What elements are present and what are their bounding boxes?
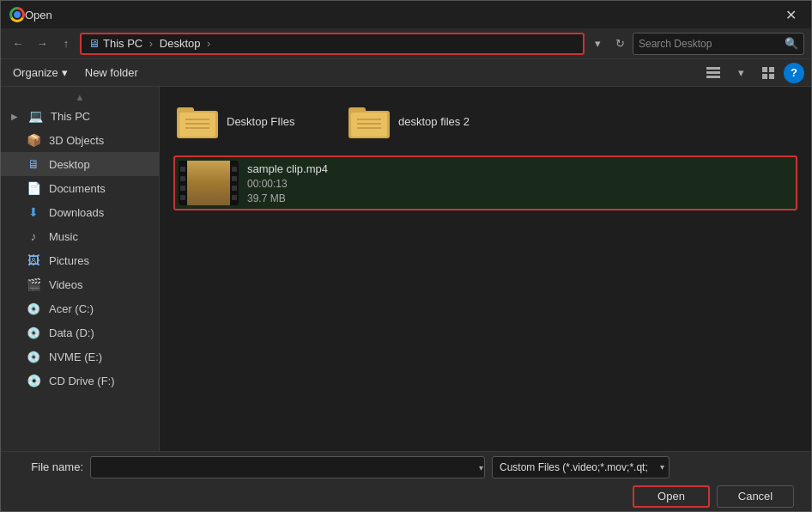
filename-input[interactable] — [90, 456, 485, 478]
icon-view-icon — [762, 67, 774, 79]
sidebar-item-3d-objects[interactable]: 📦 3D Objects — [1, 128, 159, 152]
sidebar-item-downloads[interactable]: ⬇ Downloads — [1, 200, 159, 224]
svg-rect-9 — [179, 113, 215, 137]
new-folder-label: New folder — [85, 66, 138, 79]
breadcrumb-thispc[interactable]: 🖥 This PC — [88, 37, 142, 50]
sidebar-item-label-videos: Videos — [49, 278, 83, 291]
search-icon: 🔍 — [785, 37, 798, 50]
cancel-button-label: Cancel — [738, 490, 773, 503]
title-bar: Open ✕ — [1, 1, 811, 28]
music-icon: ♪ — [25, 228, 42, 245]
sidebar-item-label-pictures: Pictures — [49, 254, 89, 267]
videos-icon: 🎬 — [25, 276, 42, 293]
sidebar-item-label-documents: Documents — [49, 182, 106, 195]
folder-name-desktop-files-2: desktop files 2 — [398, 115, 470, 128]
address-bar-row: ← → ↑ 🖥 This PC › Desktop › ▾ ↻ 🔍 — [1, 28, 811, 59]
filename-dropdown-icon[interactable]: ▾ — [479, 462, 483, 472]
sidebar-item-nvme-e[interactable]: 💿 NVME (E:) — [1, 344, 159, 369]
sidebar-item-cd-f[interactable]: 💿 CD Drive (F:) — [1, 369, 159, 393]
open-button[interactable]: Open — [633, 485, 710, 508]
svg-rect-5 — [762, 74, 767, 79]
help-button[interactable]: ? — [784, 63, 804, 83]
filename-row: File name: ▾ Custom Files (*.video;*.mov… — [15, 456, 797, 478]
address-bar[interactable]: 🖥 This PC › Desktop › — [80, 33, 585, 55]
svg-rect-0 — [706, 67, 720, 70]
view-dropdown-button[interactable]: ▾ — [729, 63, 753, 83]
bottom-bar: File name: ▾ Custom Files (*.video;*.mov… — [1, 451, 811, 511]
organize-label: Organize — [13, 66, 58, 79]
folder-icon-desktop-files — [177, 104, 218, 138]
up-button[interactable]: ↑ — [56, 34, 76, 54]
sidebar-item-label-music: Music — [49, 230, 78, 243]
view-icons-button[interactable] — [756, 63, 780, 83]
sidebar: ▲ ▶ 💻 This PC 📦 3D Objects 🖥 Desktop 📄 D… — [1, 87, 160, 451]
buttons-row: Open Cancel — [15, 485, 797, 508]
svg-rect-3 — [762, 67, 767, 72]
address-dropdown-button[interactable]: ▾ — [588, 34, 607, 54]
desktop-icon: 🖥 — [25, 155, 42, 173]
toolbar-right: ▾ ? — [701, 63, 804, 83]
video-info: sample clip.mp4 00:00:13 39.7 MB — [247, 162, 328, 204]
breadcrumb-sep2: › — [204, 37, 215, 50]
svg-rect-6 — [769, 74, 774, 79]
address-bar-end: ▾ ↻ — [588, 34, 629, 54]
sidebar-item-videos[interactable]: 🎬 Videos — [1, 272, 159, 296]
documents-icon: 📄 — [25, 180, 42, 197]
svg-rect-15 — [351, 113, 387, 137]
folder-icon-desktop-files-2 — [348, 104, 390, 138]
filetype-wrapper: Custom Files (*.video;*.mov;*.qt; ▾ — [492, 456, 670, 478]
expand-icon: ▶ — [11, 112, 18, 121]
details-view-icon — [706, 67, 720, 79]
back-button[interactable]: ← — [8, 34, 28, 54]
forward-button[interactable]: → — [32, 34, 52, 54]
nvme-e-icon: 💿 — [25, 348, 42, 365]
sidebar-item-label-data-d: Data (D:) — [49, 326, 94, 339]
close-button[interactable]: ✕ — [779, 3, 803, 27]
search-box[interactable]: 🔍 — [633, 33, 804, 55]
refresh-button[interactable]: ↻ — [610, 34, 629, 54]
cancel-button[interactable]: Cancel — [717, 485, 794, 508]
filename-label: File name: — [15, 460, 83, 473]
sidebar-item-music[interactable]: ♪ Music — [1, 224, 159, 248]
view-details-button[interactable] — [701, 63, 725, 83]
svg-rect-1 — [706, 71, 720, 74]
sidebar-item-label-cd-f: CD Drive (F:) — [49, 375, 115, 387]
file-area: Desktop FIles desktop files 2 — [160, 87, 811, 451]
sidebar-item-label-desktop: Desktop — [49, 158, 90, 171]
sidebar-item-label-3d-objects: 3D Objects — [49, 134, 104, 147]
open-dialog: Open ✕ ← → ↑ 🖥 This PC › Desktop › ▾ ↻ 🔍 — [0, 0, 812, 512]
svg-rect-2 — [706, 76, 720, 78]
svg-rect-4 — [769, 67, 774, 72]
folder-desktop-files[interactable]: Desktop FIles — [173, 101, 311, 142]
filetype-select[interactable]: Custom Files (*.video;*.mov;*.qt; — [492, 456, 670, 478]
breadcrumb-desktop[interactable]: Desktop — [160, 37, 201, 50]
sidebar-item-pictures[interactable]: 🖼 Pictures — [1, 248, 159, 272]
sidebar-item-this-pc[interactable]: ▶ 💻 This PC — [1, 104, 159, 128]
organize-button[interactable]: Organize ▾ — [8, 64, 73, 82]
sidebar-item-label-downloads: Downloads — [49, 206, 104, 219]
this-pc-icon: 💻 — [27, 107, 44, 125]
sidebar-item-documents[interactable]: 📄 Documents — [1, 176, 159, 200]
dialog-title: Open — [25, 9, 779, 21]
pictures-icon: 🖼 — [25, 252, 42, 269]
breadcrumb-sep1: › — [146, 37, 156, 50]
video-thumbnail — [179, 161, 239, 205]
sidebar-item-label-acer-c: Acer (C:) — [49, 302, 94, 315]
sidebar-item-label-this-pc: This PC — [51, 110, 90, 123]
3d-objects-icon: 📦 — [25, 131, 42, 149]
video-file-item[interactable]: sample clip.mp4 00:00:13 39.7 MB — [173, 155, 797, 210]
search-input[interactable] — [639, 38, 781, 50]
folder-desktop-files-2[interactable]: desktop files 2 — [345, 101, 482, 142]
toolbar: Organize ▾ New folder ▾ — [1, 59, 811, 87]
sidebar-item-data-d[interactable]: 💿 Data (D:) — [1, 320, 159, 344]
data-d-icon: 💿 — [25, 324, 42, 341]
file-row-folders: Desktop FIles desktop files 2 — [173, 101, 797, 142]
video-duration: 00:00:13 — [247, 178, 328, 190]
app-icon — [9, 7, 25, 22]
downloads-icon: ⬇ — [25, 204, 42, 221]
sidebar-item-acer-c[interactable]: 💿 Acer (C:) — [1, 296, 159, 320]
new-folder-button[interactable]: New folder — [80, 64, 143, 82]
video-size: 39.7 MB — [247, 192, 328, 204]
sidebar-item-desktop[interactable]: 🖥 Desktop — [1, 152, 159, 176]
video-name: sample clip.mp4 — [247, 162, 328, 175]
